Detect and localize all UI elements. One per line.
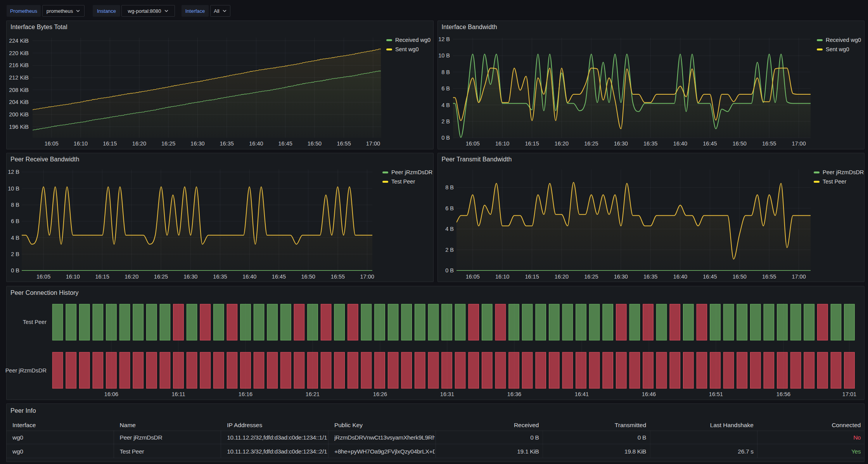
svg-text:224 KiB: 224 KiB <box>9 38 29 44</box>
svg-text:4 B: 4 B <box>445 226 454 232</box>
svg-text:16:55: 16:55 <box>762 140 776 147</box>
svg-text:16:15: 16:15 <box>103 140 117 147</box>
svg-text:2 B: 2 B <box>441 118 450 125</box>
svg-text:16:05: 16:05 <box>36 274 50 280</box>
svg-text:16:25: 16:25 <box>584 140 598 147</box>
svg-text:208 KiB: 208 KiB <box>9 87 29 93</box>
svg-text:196 KiB: 196 KiB <box>9 124 29 130</box>
svg-text:0 B: 0 B <box>11 267 19 274</box>
svg-text:16:35: 16:35 <box>643 274 657 280</box>
svg-text:16:20: 16:20 <box>555 140 569 147</box>
svg-text:4 B: 4 B <box>11 235 19 241</box>
svg-text:16:30: 16:30 <box>614 274 628 280</box>
svg-text:4 B: 4 B <box>441 102 450 108</box>
svg-text:16:45: 16:45 <box>278 140 292 147</box>
svg-text:16:10: 16:10 <box>495 140 509 147</box>
svg-text:16:40: 16:40 <box>673 274 687 280</box>
svg-text:17:00: 17:00 <box>366 140 380 147</box>
svg-text:16:16: 16:16 <box>239 391 252 397</box>
svg-text:10 B: 10 B <box>8 185 19 192</box>
svg-text:16:35: 16:35 <box>213 274 227 280</box>
svg-text:17:00: 17:00 <box>792 274 806 280</box>
svg-text:16:50: 16:50 <box>733 140 747 147</box>
svg-text:6 B: 6 B <box>11 218 19 224</box>
svg-text:16:25: 16:25 <box>584 274 598 280</box>
svg-text:10 B: 10 B <box>438 52 450 59</box>
svg-text:216 KiB: 216 KiB <box>9 62 29 68</box>
svg-text:16:21: 16:21 <box>306 391 320 397</box>
svg-text:17:01: 17:01 <box>842 391 856 397</box>
svg-text:Test Peer: Test Peer <box>23 319 47 325</box>
svg-text:8 B: 8 B <box>11 202 19 208</box>
svg-text:212 KiB: 212 KiB <box>9 74 29 81</box>
svg-text:16:45: 16:45 <box>703 274 717 280</box>
svg-text:16:25: 16:25 <box>154 274 168 280</box>
svg-text:16:40: 16:40 <box>249 140 263 147</box>
svg-text:204 KiB: 204 KiB <box>9 99 29 105</box>
svg-text:6 B: 6 B <box>441 85 450 92</box>
svg-text:16:15: 16:15 <box>95 274 109 280</box>
svg-text:16:30: 16:30 <box>190 140 204 147</box>
svg-text:6 B: 6 B <box>445 205 454 211</box>
svg-text:0 B: 0 B <box>445 267 454 274</box>
svg-text:16:35: 16:35 <box>220 140 234 147</box>
svg-text:16:46: 16:46 <box>642 391 656 397</box>
svg-text:16:31: 16:31 <box>440 391 454 397</box>
svg-text:16:36: 16:36 <box>507 391 521 397</box>
svg-text:16:10: 16:10 <box>74 140 88 147</box>
svg-text:16:55: 16:55 <box>762 274 776 280</box>
svg-text:17:00: 17:00 <box>792 140 806 147</box>
svg-text:16:41: 16:41 <box>575 391 589 397</box>
svg-text:16:05: 16:05 <box>466 140 480 147</box>
svg-text:200 KiB: 200 KiB <box>9 111 29 118</box>
svg-text:16:15: 16:15 <box>525 274 539 280</box>
svg-text:16:10: 16:10 <box>66 274 80 280</box>
svg-text:17:00: 17:00 <box>360 274 374 280</box>
svg-text:0 B: 0 B <box>441 135 450 141</box>
svg-text:16:55: 16:55 <box>331 274 345 280</box>
svg-text:12 B: 12 B <box>438 36 450 42</box>
svg-text:16:05: 16:05 <box>466 274 480 280</box>
svg-text:16:45: 16:45 <box>703 140 717 147</box>
svg-text:16:20: 16:20 <box>124 274 138 280</box>
svg-text:16:45: 16:45 <box>272 274 286 280</box>
svg-text:16:35: 16:35 <box>643 140 657 147</box>
svg-text:16:55: 16:55 <box>337 140 351 147</box>
svg-text:16:25: 16:25 <box>161 140 175 147</box>
svg-text:16:20: 16:20 <box>555 274 569 280</box>
svg-text:16:20: 16:20 <box>132 140 146 147</box>
svg-text:16:30: 16:30 <box>183 274 197 280</box>
svg-text:8 B: 8 B <box>441 69 450 75</box>
svg-text:16:50: 16:50 <box>301 274 315 280</box>
svg-text:Peer jRzmDsDR: Peer jRzmDsDR <box>5 367 47 374</box>
svg-text:8 B: 8 B <box>445 184 454 190</box>
svg-text:16:15: 16:15 <box>525 140 539 147</box>
svg-text:16:06: 16:06 <box>104 391 118 397</box>
svg-text:12 B: 12 B <box>8 169 19 175</box>
svg-text:220 KiB: 220 KiB <box>9 50 29 56</box>
svg-text:16:26: 16:26 <box>373 391 387 397</box>
svg-text:2 B: 2 B <box>11 251 19 257</box>
svg-text:16:50: 16:50 <box>733 274 747 280</box>
svg-text:2 B: 2 B <box>445 247 454 253</box>
svg-text:16:11: 16:11 <box>171 391 185 397</box>
svg-text:16:05: 16:05 <box>45 140 59 147</box>
svg-text:16:40: 16:40 <box>673 140 687 147</box>
svg-text:16:51: 16:51 <box>709 391 723 397</box>
svg-text:16:56: 16:56 <box>776 391 790 397</box>
svg-text:16:30: 16:30 <box>614 140 628 147</box>
svg-text:16:50: 16:50 <box>308 140 322 147</box>
svg-text:16:40: 16:40 <box>242 274 256 280</box>
svg-text:16:10: 16:10 <box>495 274 509 280</box>
